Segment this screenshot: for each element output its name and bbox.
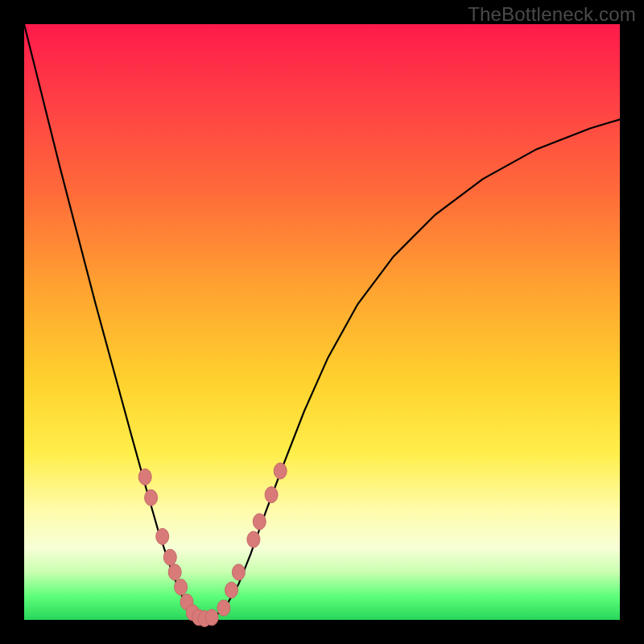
chart-svg (24, 24, 620, 620)
curve-marker (163, 549, 176, 565)
plot-area (24, 24, 620, 620)
curve-marker (175, 579, 188, 595)
curve-marker (138, 469, 151, 485)
curve-marker (217, 600, 230, 616)
markers-group (138, 463, 287, 627)
curve-marker (247, 531, 260, 547)
curve-marker (265, 487, 278, 503)
curve-marker (156, 528, 169, 544)
curve-marker (232, 564, 245, 580)
curve-marker (205, 609, 218, 625)
curve-marker (145, 489, 158, 506)
watermark-text: TheBottleneck.com (468, 3, 636, 26)
curve-marker (168, 564, 181, 580)
bottleneck-curve-line (24, 24, 620, 619)
chart-frame: TheBottleneck.com (0, 0, 644, 644)
curve-marker (253, 514, 266, 530)
curve-marker (225, 582, 238, 598)
curve-marker (274, 463, 287, 479)
